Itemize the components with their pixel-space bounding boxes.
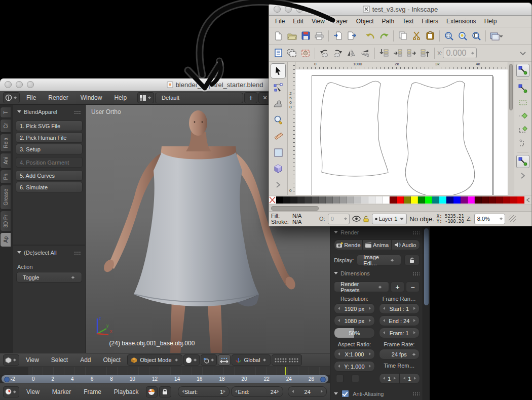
- resolution-percentage-slider[interactable]: 50%: [334, 328, 374, 338]
- mode-dropdown[interactable]: Object Mode: [127, 354, 182, 366]
- palette-swatch[interactable]: [361, 196, 368, 204]
- menu-path[interactable]: Path: [378, 18, 399, 25]
- palette-swatch[interactable]: [390, 196, 397, 204]
- layer-lock-icon[interactable]: [363, 216, 369, 222]
- spinner-arrows-icon[interactable]: [344, 216, 348, 222]
- tab-animation[interactable]: Ani: [0, 153, 11, 168]
- zoom-selection-button[interactable]: [442, 29, 455, 43]
- timeline-track[interactable]: [0, 367, 330, 375]
- close-button[interactable]: [274, 6, 281, 13]
- display-lock-button[interactable]: [404, 255, 420, 265]
- zoom-tool[interactable]: [271, 113, 285, 127]
- raise-button[interactable]: [405, 47, 418, 60]
- minimize-button[interactable]: [16, 81, 23, 88]
- aspect-x-field[interactable]: X:1.000: [334, 349, 374, 359]
- add-curves-button[interactable]: 5. Add Curves: [16, 170, 83, 181]
- editor-type-button[interactable]: [3, 92, 20, 103]
- timeline-playback-menu[interactable]: Playback: [108, 388, 144, 395]
- add-menu[interactable]: Add: [74, 356, 96, 364]
- select-all-button[interactable]: [285, 47, 298, 60]
- palette-swatch[interactable]: [453, 196, 461, 204]
- raise-to-top-button[interactable]: [419, 47, 432, 60]
- timeline-scroll-dot[interactable]: [4, 377, 10, 382]
- undo-button[interactable]: [364, 29, 377, 43]
- canvas-vertical-scrollbar[interactable]: [508, 62, 514, 195]
- menu-layer[interactable]: Layer: [329, 18, 352, 25]
- palette-scroll-left[interactable]: [524, 195, 531, 205]
- palette-swatch[interactable]: [489, 196, 496, 204]
- blendapparel-panel-header[interactable]: BlendApparel: [13, 108, 85, 116]
- lower-button[interactable]: [391, 47, 404, 60]
- palette-swatch[interactable]: [425, 196, 432, 204]
- time-remap-old-field[interactable]: 1: [379, 373, 400, 384]
- menu-file[interactable]: File: [21, 94, 42, 101]
- palette-swatch[interactable]: [276, 196, 283, 204]
- palette-swatch[interactable]: [510, 196, 517, 204]
- tweak-tool[interactable]: [271, 97, 285, 111]
- render-button[interactable]: Rende: [334, 239, 363, 250]
- simulate-button[interactable]: 6. Simulate: [16, 182, 83, 192]
- palette-swatch[interactable]: [347, 196, 354, 204]
- menu-object[interactable]: Object: [352, 18, 378, 25]
- layers-widget[interactable]: [272, 354, 302, 366]
- view-menu[interactable]: View: [20, 356, 45, 364]
- layer-visibility-eye-icon[interactable]: [352, 216, 361, 222]
- start-frame-field[interactable]: Start:1: [178, 386, 230, 397]
- palette-swatch[interactable]: [475, 196, 482, 204]
- toolbar-expand-chevron[interactable]: [520, 49, 526, 58]
- rotate-ccw-button[interactable]: [318, 47, 331, 60]
- timeline-marker-menu[interactable]: Marker: [47, 388, 77, 395]
- palette-swatch[interactable]: [383, 196, 390, 204]
- stroke-value[interactable]: N/A: [292, 219, 310, 225]
- preset-remove-button[interactable]: −: [406, 282, 420, 292]
- palette-swatch[interactable]: [517, 196, 524, 204]
- select-all-layers-button[interactable]: [299, 47, 312, 60]
- save-document-button[interactable]: [299, 29, 312, 43]
- setup-button[interactable]: 3. Setup: [16, 144, 83, 154]
- current-frame-indicator[interactable]: [285, 367, 286, 375]
- antialiasing-checkbox[interactable]: [341, 390, 349, 397]
- resolution-y-field[interactable]: 1080 px: [334, 315, 374, 326]
- time-remap-new-field[interactable]: 1: [399, 373, 420, 384]
- snapbar-expand-chevron[interactable]: [517, 170, 529, 182]
- zoom-button[interactable]: [27, 81, 34, 88]
- zoom-page-button[interactable]: [470, 29, 483, 43]
- palette-swatch[interactable]: [326, 196, 333, 204]
- resolution-x-field[interactable]: 1920 px: [334, 303, 374, 314]
- no-color-swatch[interactable]: [269, 196, 276, 204]
- snap-bbox-corner-toggle[interactable]: [517, 110, 529, 122]
- menu-filters[interactable]: Filters: [417, 18, 442, 25]
- current-frame-field[interactable]: 24: [288, 386, 327, 397]
- add-layout-button[interactable]: +: [244, 92, 257, 103]
- object-menu[interactable]: Object: [98, 356, 127, 364]
- action-dropdown[interactable]: Toggle: [16, 272, 82, 283]
- snap-bbox-edge-toggle[interactable]: [517, 96, 529, 108]
- spinner-arrows-icon[interactable]: [499, 216, 504, 222]
- tab-relations[interactable]: Rela: [0, 134, 11, 152]
- antialiasing-panel-header[interactable]: Anti-Aliasing: [334, 384, 420, 398]
- menu-help[interactable]: Help: [480, 18, 501, 25]
- menu-window[interactable]: Window: [75, 94, 108, 101]
- timeline-scroll-dot[interactable]: [320, 377, 326, 382]
- zoom-button[interactable]: [296, 6, 303, 13]
- tab-create[interactable]: Cr: [0, 119, 11, 133]
- timeline-editor-type-button[interactable]: [3, 386, 19, 397]
- display-dropdown[interactable]: Image Edi…: [357, 255, 401, 265]
- shading-dropdown[interactable]: [183, 354, 200, 366]
- palette-swatch[interactable]: [297, 196, 305, 204]
- palette-swatch[interactable]: [333, 196, 340, 204]
- timeline-frame-menu[interactable]: Frame: [78, 388, 107, 395]
- tab-physics[interactable]: Ph: [0, 170, 11, 184]
- layout-name-field[interactable]: Default: [155, 93, 243, 103]
- frame-end-field[interactable]: End : 24: [379, 315, 420, 326]
- minimize-button[interactable]: [285, 6, 292, 13]
- node-tool[interactable]: [271, 81, 285, 95]
- palette-swatch[interactable]: [397, 196, 404, 204]
- lock-toggle[interactable]: [159, 386, 171, 397]
- snap-center-toggle[interactable]: [517, 137, 529, 149]
- palette-swatch[interactable]: [432, 196, 439, 204]
- palette-swatch[interactable]: [418, 196, 425, 204]
- palette-swatch[interactable]: [496, 196, 503, 204]
- manipulator-toggle[interactable]: [218, 354, 231, 366]
- window-controls[interactable]: [274, 6, 303, 13]
